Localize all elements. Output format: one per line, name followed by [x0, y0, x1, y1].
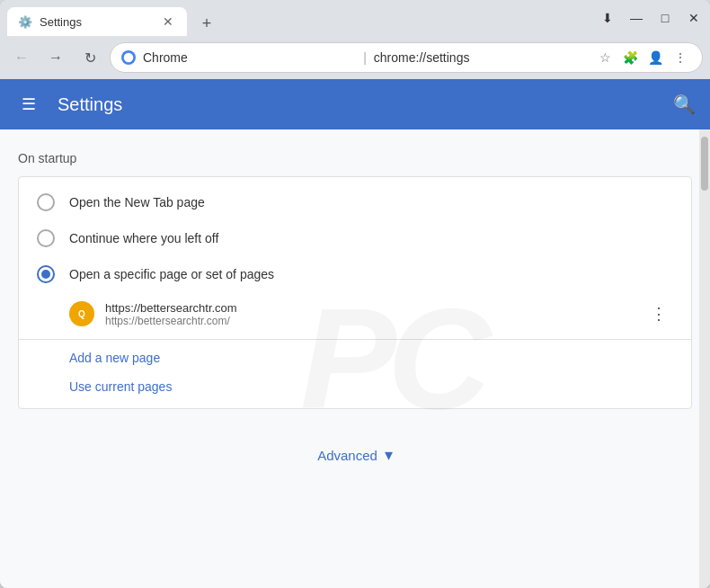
- radio-circle-specific: [37, 265, 55, 283]
- radio-option-new-tab[interactable]: Open the New Tab page: [19, 184, 691, 220]
- back-button[interactable]: ←: [7, 43, 36, 72]
- section-title: On startup: [18, 151, 692, 165]
- address-right-icons: ☆ 🧩 👤 ⋮: [594, 47, 691, 68]
- header-left: ☰ Settings: [14, 90, 122, 119]
- advanced-section: Advanced ▾: [18, 431, 692, 479]
- title-bar: ⚙️ Settings ✕ + ⬇ — □ ✕: [0, 0, 710, 36]
- radio-label-specific: Open a specific page or set of pages: [69, 267, 274, 281]
- extensions-icon[interactable]: 🧩: [619, 47, 641, 68]
- settings-search-button[interactable]: 🔍: [673, 94, 696, 115]
- bookmark-icon[interactable]: ☆: [594, 47, 616, 68]
- advanced-label: Advanced: [317, 448, 377, 463]
- svg-point-0: [124, 53, 134, 63]
- startup-page-options-button[interactable]: ⋮: [644, 299, 673, 328]
- address-separator: |: [363, 50, 367, 65]
- site-name: Chrome: [143, 50, 356, 65]
- site-info: https://bettersearchtr.com https://bette…: [105, 301, 644, 327]
- more-options-icon[interactable]: ⋮: [670, 47, 691, 68]
- window-controls: ⬇ — □ ✕: [599, 9, 703, 27]
- startup-options-card: Open the New Tab page Continue where you…: [18, 176, 692, 409]
- radio-circle-continue: [37, 229, 55, 247]
- browser-window: ⚙️ Settings ✕ + ⬇ — □ ✕ ← → ↻ Chrome | c…: [0, 0, 710, 588]
- tab-close-button[interactable]: ✕: [160, 13, 176, 30]
- svg-text:Q: Q: [78, 309, 85, 319]
- active-tab[interactable]: ⚙️ Settings ✕: [7, 7, 187, 36]
- new-tab-button[interactable]: +: [194, 11, 219, 36]
- settings-header: ☰ Settings 🔍: [0, 79, 710, 129]
- download-icon[interactable]: ⬇: [599, 9, 617, 27]
- radio-circle-new-tab: [37, 193, 55, 211]
- tab-title: Settings: [40, 15, 153, 29]
- profile-icon[interactable]: 👤: [644, 47, 666, 68]
- nav-bar: ← → ↻ Chrome | chrome://settings ☆ 🧩 👤 ⋮: [0, 36, 710, 79]
- minimize-button[interactable]: —: [627, 9, 645, 27]
- radio-option-continue[interactable]: Continue where you left off: [19, 220, 691, 256]
- radio-label-continue: Continue where you left off: [69, 231, 218, 245]
- scroll-track[interactable]: [699, 129, 710, 588]
- scroll-thumb[interactable]: [701, 137, 708, 191]
- tab-bar: ⚙️ Settings ✕ +: [7, 0, 588, 36]
- divider: [19, 339, 691, 340]
- close-button[interactable]: ✕: [685, 9, 703, 27]
- page-content: ☰ Settings 🔍 PC On startup Open the New …: [0, 79, 710, 588]
- advanced-arrow-icon: ▾: [385, 445, 393, 465]
- radio-option-specific[interactable]: Open a specific page or set of pages: [19, 256, 691, 292]
- maximize-button[interactable]: □: [656, 9, 674, 27]
- site-url-primary: https://bettersearchtr.com: [105, 301, 644, 315]
- site-favicon: Q: [69, 301, 94, 326]
- settings-page-title: Settings: [58, 94, 122, 115]
- address-bar[interactable]: Chrome | chrome://settings ☆ 🧩 👤 ⋮: [110, 42, 703, 73]
- site-url-secondary: https://bettersearchtr.com/: [105, 315, 644, 327]
- forward-button[interactable]: →: [41, 43, 70, 72]
- use-current-pages-button[interactable]: Use current pages: [19, 372, 190, 401]
- radio-label-new-tab: Open the New Tab page: [69, 195, 205, 209]
- hamburger-menu-button[interactable]: ☰: [14, 90, 43, 119]
- tab-favicon: ⚙️: [18, 14, 32, 29]
- startup-page-item: Q https://bettersearchtr.com https://bet…: [19, 292, 691, 335]
- add-new-page-button[interactable]: Add a new page: [19, 343, 178, 372]
- refresh-button[interactable]: ↻: [75, 43, 104, 72]
- radio-inner-specific: [41, 270, 50, 279]
- address-url: chrome://settings: [374, 50, 587, 65]
- advanced-button[interactable]: Advanced ▾: [317, 445, 393, 465]
- chrome-icon: [121, 50, 136, 65]
- settings-body: PC On startup Open the New Tab page Cont…: [0, 129, 710, 588]
